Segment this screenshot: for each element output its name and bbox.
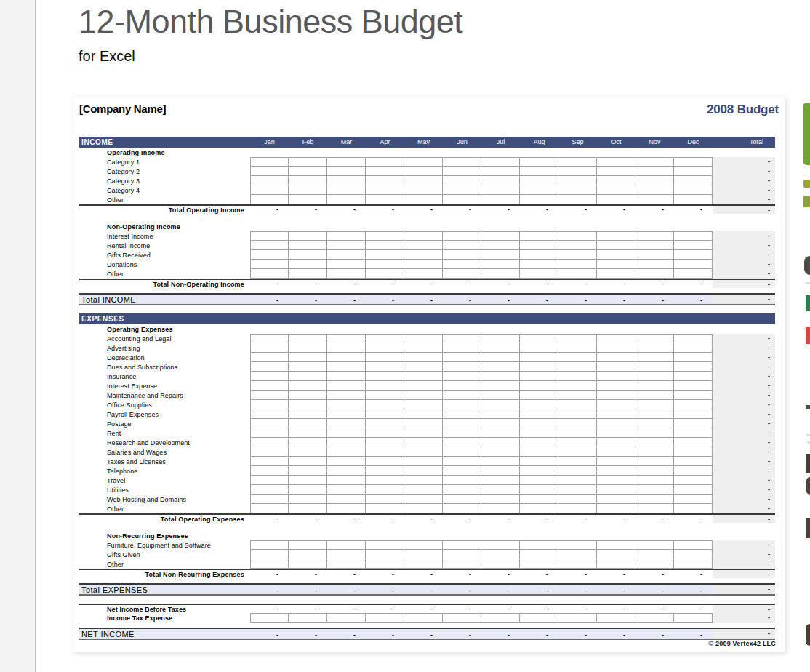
- input-cell: [520, 447, 558, 457]
- input-cell: [674, 495, 713, 504]
- input-cell: [366, 457, 404, 466]
- input-cell: [597, 185, 635, 195]
- input-cell: [635, 476, 674, 485]
- total-value: -: [713, 185, 775, 195]
- input-cell: [520, 391, 558, 400]
- row-input: Salaries and Wages-: [79, 447, 775, 457]
- month-value: -: [250, 570, 289, 578]
- input-cell: [558, 476, 597, 485]
- input-cell: [481, 550, 520, 559]
- input-cell: [481, 495, 520, 504]
- input-cell: [443, 372, 481, 381]
- month-value: -: [327, 280, 366, 288]
- input-cell: [289, 400, 327, 409]
- input-cell: [404, 269, 443, 279]
- input-cell: [635, 381, 674, 391]
- row-spacer: [79, 214, 775, 222]
- month-value: -: [674, 280, 713, 288]
- download-button-cutoff[interactable]: [803, 103, 810, 165]
- input-cell: [404, 381, 443, 391]
- input-cell: [366, 466, 404, 476]
- input-cell: [674, 613, 713, 623]
- red-square-cutoff[interactable]: [806, 327, 810, 344]
- input-cell: [674, 353, 713, 362]
- input-cell: [481, 613, 520, 623]
- input-cell: [597, 504, 635, 513]
- section-label: Non-Recurring Expenses: [79, 532, 250, 540]
- total-value: -: [713, 476, 775, 485]
- input-cell: [635, 419, 674, 428]
- total-value: -: [713, 447, 775, 457]
- input-cell: [558, 241, 597, 250]
- total-value: -: [713, 428, 775, 438]
- page-title: 12-Month Business Budget: [79, 1, 462, 42]
- month-value: -: [289, 280, 327, 288]
- input-cell: [443, 260, 481, 269]
- month-value: -: [520, 585, 558, 594]
- input-cell: [289, 157, 327, 167]
- item-label: Web Hosting and Domains: [79, 496, 250, 503]
- input-cell: [597, 409, 635, 419]
- input-cell: [443, 485, 481, 495]
- total-value: -: [713, 504, 775, 513]
- input-cell: [327, 476, 366, 485]
- input-cell: [366, 269, 404, 279]
- item-label: Maintenance and Repairs: [79, 392, 250, 399]
- input-cell: [404, 476, 443, 485]
- input-cell: [481, 466, 520, 476]
- item-label: Other: [79, 561, 250, 568]
- input-cell: [327, 195, 366, 204]
- input-cell: [558, 343, 597, 353]
- input-cell: [327, 466, 366, 476]
- input-cell: [443, 195, 481, 204]
- input-cell: [443, 353, 481, 362]
- item-label: Research and Development: [79, 439, 250, 447]
- row-input: Utilities-: [79, 485, 775, 495]
- month-value: -: [250, 585, 289, 594]
- input-cell: [404, 466, 443, 476]
- input-cell: [250, 485, 289, 495]
- month-value: -: [366, 280, 404, 288]
- input-cell: [443, 495, 481, 504]
- input-cell: [481, 353, 520, 362]
- input-cell: [443, 362, 481, 372]
- green-square-cutoff[interactable]: [806, 295, 810, 311]
- input-cell: [366, 231, 404, 241]
- dark-bar-cutoff: [806, 454, 810, 473]
- month-value: -: [597, 280, 635, 288]
- input-cell: [443, 176, 481, 185]
- row-section: Non-Operating Income: [79, 222, 775, 231]
- total-value: -: [713, 260, 775, 269]
- month-value: -: [635, 515, 674, 523]
- total-value: -: [713, 457, 775, 466]
- input-cell: [250, 372, 289, 381]
- input-cell: [250, 419, 289, 428]
- row-input: Income Tax Expense-: [79, 613, 775, 623]
- total-value: -: [713, 391, 775, 400]
- input-cell: [250, 157, 289, 167]
- input-cell: [443, 157, 481, 167]
- input-cell: [635, 409, 674, 419]
- input-cell: [481, 419, 520, 428]
- input-cell: [404, 613, 443, 623]
- budget-template-preview[interactable]: [Company Name] 2008 Budget INCOMEJanFebM…: [73, 97, 785, 652]
- input-cell: [366, 362, 404, 372]
- total-value: -: [713, 559, 775, 569]
- month-header: Mar: [327, 137, 366, 148]
- input-cell: [558, 447, 597, 457]
- month-header: Nov: [635, 137, 674, 148]
- input-cell: [674, 185, 713, 195]
- input-cell: [404, 504, 443, 513]
- input-cell: [597, 176, 635, 185]
- row-input: Furniture, Equipment and Software-: [79, 540, 775, 550]
- input-cell: [289, 241, 327, 250]
- input-cell: [366, 476, 404, 485]
- input-cell: [404, 362, 443, 372]
- row-spacer-small: [79, 578, 775, 583]
- item-label: Income Tax Expense: [79, 615, 250, 622]
- month-value: -: [597, 585, 635, 594]
- input-cell: [443, 334, 481, 343]
- row-spacer: [79, 523, 775, 531]
- input-cell: [289, 447, 327, 457]
- input-cell: [250, 400, 289, 409]
